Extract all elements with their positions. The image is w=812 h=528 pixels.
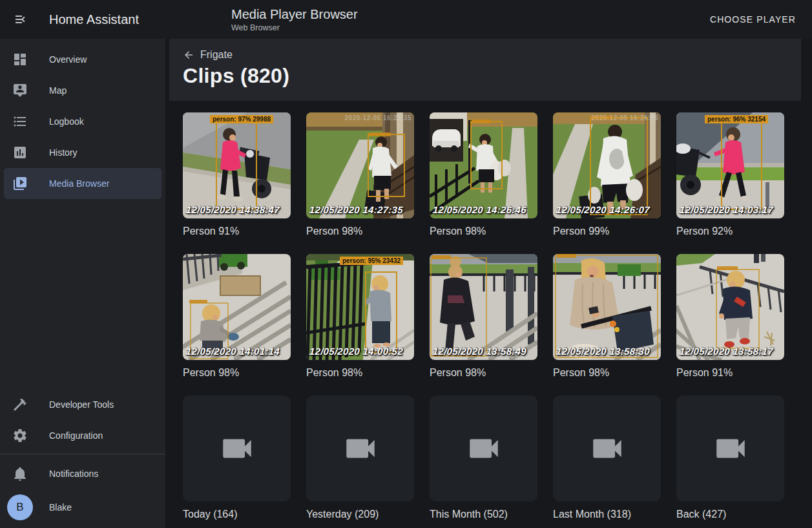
sidebar-item-label: Overview bbox=[49, 54, 87, 65]
video-icon bbox=[588, 430, 626, 467]
sidebar-item-label: History bbox=[49, 147, 78, 158]
camera-overlay-timestamp: 2020-12-05 16:26:06 bbox=[592, 114, 658, 121]
clip-item[interactable]: 12/05/2020 13:58:30 Person 98% bbox=[553, 254, 661, 379]
clip-caption: Person 98% bbox=[306, 367, 414, 379]
clip-scene bbox=[430, 254, 537, 360]
app-bar-left: Home Assistant bbox=[0, 12, 165, 27]
folder-item-last-month[interactable]: Last Month (318) bbox=[553, 396, 661, 520]
clip-caption: Person 98% bbox=[553, 367, 661, 379]
sidebar-divider bbox=[0, 454, 165, 454]
sidebar-item-history[interactable]: History bbox=[4, 137, 161, 168]
clip-caption: Person 91% bbox=[183, 226, 291, 237]
breadcrumb-back-link[interactable]: Frigate bbox=[183, 49, 801, 61]
clip-scene bbox=[553, 254, 661, 360]
clip-timestamp: 12/05/2020 13:58:30 bbox=[556, 346, 650, 357]
clip-scene bbox=[430, 112, 537, 218]
clip-scene bbox=[676, 112, 784, 218]
sidebar: Overview Map Logbook History Media Brows… bbox=[0, 39, 165, 528]
clip-timestamp: 12/05/2020 14:00:52 bbox=[309, 346, 403, 357]
clip-timestamp: 12/05/2020 14:26:46 bbox=[432, 204, 526, 215]
clip-timestamp: 12/05/2020 14:38:47 bbox=[185, 204, 280, 215]
folder-item-this-month[interactable]: This Month (502) bbox=[430, 396, 537, 520]
camera-overlay-timestamp: 2020-12-05 16:27:35 bbox=[345, 114, 411, 121]
folder-label: This Month (502) bbox=[430, 509, 537, 520]
clip-item[interactable]: 2020-12-05 16:27:35 12/05/2020 14:27:35 … bbox=[306, 112, 414, 237]
sidebar-item-label: Notifications bbox=[49, 469, 98, 479]
sidebar-toggle-button[interactable] bbox=[14, 12, 29, 27]
clip-timestamp: 12/05/2020 14:26:07 bbox=[556, 204, 650, 215]
choose-player-button[interactable]: CHOOSE PLAYER bbox=[705, 9, 801, 30]
page-section-title: Clips (820) bbox=[183, 64, 801, 88]
clip-item[interactable]: 12/05/2020 13:58:49 Person 98% bbox=[430, 254, 537, 379]
video-icon bbox=[218, 430, 256, 467]
clip-thumbnail: 12/05/2020 13:58:17 bbox=[676, 254, 784, 360]
folder-thumbnail bbox=[553, 396, 661, 502]
list-bulleted-icon bbox=[12, 114, 28, 129]
clip-thumbnail: 12/05/2020 14:01:14 bbox=[183, 254, 291, 360]
clip-scene bbox=[306, 112, 414, 218]
folder-item-today[interactable]: Today (164) bbox=[183, 396, 291, 520]
clip-caption: Person 98% bbox=[306, 226, 414, 237]
folder-label: Today (164) bbox=[183, 509, 291, 520]
video-icon bbox=[342, 430, 379, 467]
folder-thumbnail bbox=[183, 396, 291, 502]
sidebar-item-label: Map bbox=[49, 85, 67, 96]
clip-caption: Person 98% bbox=[430, 367, 537, 379]
gear-icon bbox=[12, 428, 28, 443]
sidebar-item-configuration[interactable]: Configuration bbox=[4, 420, 161, 451]
detection-label-small bbox=[432, 255, 451, 259]
profile-name: Blake bbox=[49, 502, 72, 512]
map-account-icon bbox=[12, 83, 28, 98]
detection-label: person: 97% 29988 bbox=[210, 115, 273, 123]
sidebar-item-map[interactable]: Map bbox=[4, 75, 161, 106]
clip-item[interactable]: person: 95% 23432 12/05/2020 14:00:52 Pe… bbox=[306, 254, 414, 379]
video-icon bbox=[712, 430, 749, 467]
sidebar-item-developer-tools[interactable]: Developer Tools bbox=[4, 389, 161, 420]
clip-thumbnail: 12/05/2020 13:58:30 bbox=[553, 254, 661, 360]
chart-box-icon bbox=[12, 145, 28, 160]
app-bar: Home Assistant Media Player Browser Web … bbox=[0, 0, 812, 39]
clip-scene bbox=[553, 112, 661, 218]
clip-item[interactable]: 2020-12-05 16:26:06 12/05/2020 14:26:07 … bbox=[553, 112, 661, 237]
sidebar-item-overview[interactable]: Overview bbox=[4, 44, 161, 75]
clip-thumbnail: 12/05/2020 14:26:46 bbox=[430, 112, 537, 218]
clip-caption: Person 99% bbox=[553, 226, 661, 237]
media-browser-header: Frigate Clips (820) bbox=[169, 39, 801, 101]
bell-icon bbox=[12, 466, 28, 481]
media-grid: person: 97% 29988 12/05/2020 14:38:47 Pe… bbox=[165, 101, 812, 528]
clip-item[interactable]: 12/05/2020 14:26:46 Person 98% bbox=[430, 112, 537, 237]
clip-timestamp: 12/05/2020 14:03:17 bbox=[679, 204, 773, 215]
clip-caption: Person 98% bbox=[183, 367, 291, 379]
clip-caption: Person 98% bbox=[430, 226, 537, 237]
clip-thumbnail: person: 95% 23432 12/05/2020 14:00:52 bbox=[306, 254, 414, 360]
sidebar-item-label: Media Browser bbox=[49, 178, 109, 189]
menu-open-icon bbox=[14, 12, 29, 27]
detection-label: person: 95% 23432 bbox=[340, 257, 403, 265]
clip-item[interactable]: person: 96% 32154 12/05/2020 14:03:17 Pe… bbox=[676, 112, 784, 237]
detection-label-small bbox=[472, 120, 491, 123]
detection-label: person: 96% 32154 bbox=[705, 115, 768, 123]
sidebar-item-logbook[interactable]: Logbook bbox=[4, 106, 161, 137]
sidebar-item-label: Developer Tools bbox=[49, 399, 114, 410]
clip-caption: Person 92% bbox=[676, 226, 784, 237]
folder-item-yesterday[interactable]: Yesterday (209) bbox=[306, 396, 414, 520]
clip-scene bbox=[306, 254, 414, 360]
detection-label-small bbox=[717, 266, 738, 270]
clip-item[interactable]: 12/05/2020 14:01:14 Person 98% bbox=[183, 254, 291, 379]
clip-item[interactable]: 12/05/2020 13:58:17 Person 91% bbox=[676, 254, 784, 379]
app-title: Home Assistant bbox=[49, 12, 139, 27]
detection-label-small bbox=[557, 254, 576, 258]
clip-item[interactable]: person: 97% 29988 12/05/2020 14:38:47 Pe… bbox=[183, 112, 291, 237]
hammer-icon bbox=[12, 397, 28, 412]
clip-scene bbox=[183, 254, 291, 360]
folder-label: Last Month (318) bbox=[553, 509, 661, 520]
folder-item-back[interactable]: Back (427) bbox=[676, 396, 784, 520]
sidebar-item-label: Logbook bbox=[49, 116, 84, 127]
sidebar-item-profile[interactable]: B Blake bbox=[4, 489, 161, 525]
sidebar-item-notifications[interactable]: Notifications bbox=[4, 458, 161, 489]
arrow-left-icon bbox=[183, 49, 194, 61]
breadcrumb-label: Frigate bbox=[200, 49, 233, 61]
page-subtitle: Web Browser bbox=[231, 23, 358, 33]
sidebar-item-media-browser[interactable]: Media Browser bbox=[4, 168, 161, 199]
clip-timestamp: 12/05/2020 13:58:17 bbox=[679, 346, 773, 357]
